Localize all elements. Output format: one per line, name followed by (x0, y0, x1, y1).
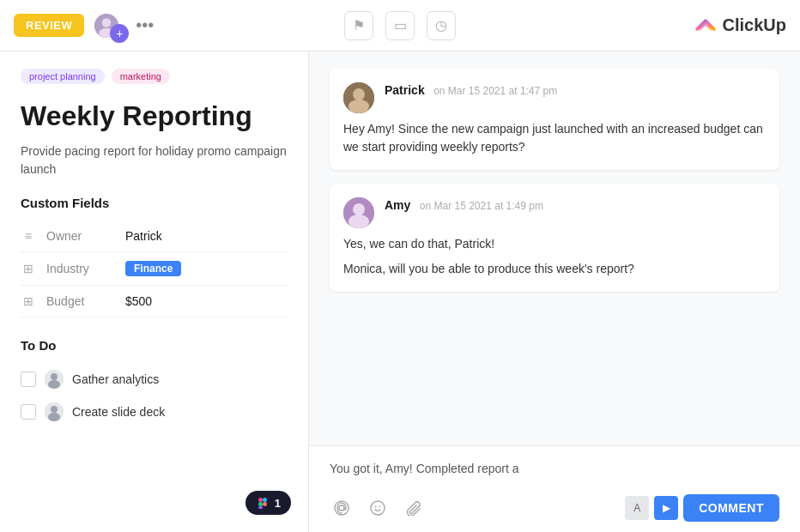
flag-icon: ⚑ (353, 17, 365, 33)
svg-rect-9 (258, 498, 263, 502)
patrick-body: Hey Amy! Since the new campaign just lau… (343, 120, 766, 156)
comment-submit-button[interactable]: COMMENT (683, 494, 779, 522)
industry-value: Finance (125, 261, 181, 276)
svg-point-4 (51, 373, 58, 380)
clock-button[interactable]: ◷ (427, 11, 456, 40)
reply-draft-text[interactable]: You got it, Amy! Completed report a (330, 456, 779, 487)
emoji-icon (370, 500, 385, 516)
review-button[interactable]: REVIEW (14, 14, 84, 37)
svg-point-18 (353, 203, 365, 215)
amy-avatar-icon (343, 197, 374, 228)
svg-point-5 (48, 380, 60, 389)
svg-point-1 (102, 18, 112, 27)
todo-avatar-slide (45, 402, 64, 421)
mention-button[interactable] (330, 496, 354, 520)
tag-project-planning: project planning (21, 69, 105, 84)
owner-value: Patrick (125, 229, 162, 243)
owner-label: Owner (46, 229, 115, 243)
right-panel: Patrick on Mar 15 2021 at 1:47 pm Hey Am… (309, 51, 800, 532)
custom-fields-section: Custom Fields ≡ Owner Patrick ⊞ Industry… (21, 196, 288, 317)
reply-icon-group (330, 496, 426, 520)
comment-amy: Amy on Mar 15 2021 at 1:49 pm Yes, we ca… (330, 184, 779, 292)
amy-time: on Mar 15 2021 at 1:49 pm (420, 200, 543, 212)
amy-body2: Monica, will you be able to produce this… (343, 260, 766, 278)
custom-fields-title: Custom Fields (21, 196, 288, 210)
clickup-logo: ClickUp (694, 14, 786, 38)
amy-avatar (343, 197, 374, 228)
clickup-logo-text: ClickUp (723, 15, 786, 35)
patrick-avatar-icon (343, 82, 374, 113)
todo-avatar-gather (45, 370, 64, 389)
page-description: Provide pacing report for holiday promo … (21, 142, 288, 178)
patrick-name: Patrick (385, 83, 425, 97)
comment-header-patrick: Patrick on Mar 15 2021 at 1:47 pm (343, 82, 766, 113)
header-center: ⚑ ▭ ◷ (271, 11, 529, 40)
calendar-icon: ▭ (394, 17, 407, 33)
svg-point-19 (348, 215, 369, 228)
svg-rect-10 (263, 498, 267, 502)
todo-item-slide: Create slide deck (21, 396, 288, 428)
reply-toolbar: A ▶ COMMENT (330, 494, 779, 522)
grid-icon: ⊞ (21, 262, 36, 275)
header-left: REVIEW + ••• (14, 12, 271, 39)
field-owner: ≡ Owner Patrick (21, 221, 288, 252)
paperclip-icon (406, 500, 421, 516)
emoji-button[interactable] (366, 496, 390, 520)
send-small-button[interactable]: ▶ (654, 496, 678, 520)
svg-point-16 (348, 100, 369, 113)
todo-title: To Do (21, 338, 288, 353)
page-title: Weekly Reporting (21, 100, 288, 132)
grid2-icon: ⊞ (21, 294, 36, 308)
at-icon (334, 500, 349, 516)
todo-text-gather: Gather analytics (72, 372, 159, 386)
person-icon (45, 370, 64, 389)
industry-label: Industry (46, 262, 115, 275)
list-icon: ≡ (21, 229, 36, 243)
amy-body1: Yes, we can do that, Patrick! (343, 235, 766, 253)
reply-area: You got it, Amy! Completed report a (309, 445, 800, 532)
tags-container: project planning marketing (21, 69, 288, 84)
figma-icon (256, 496, 270, 510)
comment-header-amy: Amy on Mar 15 2021 at 1:49 pm (343, 197, 766, 228)
patrick-avatar (343, 82, 374, 113)
svg-point-13 (263, 502, 267, 506)
format-button[interactable]: A (625, 496, 649, 520)
patrick-meta: Patrick on Mar 15 2021 at 1:47 pm (385, 82, 766, 98)
person2-icon (45, 402, 64, 421)
attach-button[interactable] (402, 496, 426, 520)
clickup-logo-icon (694, 14, 718, 38)
amy-meta: Amy on Mar 15 2021 at 1:49 pm (385, 197, 766, 213)
flag-button[interactable]: ⚑ (344, 11, 373, 40)
clock-icon: ◷ (435, 17, 447, 33)
svg-point-8 (48, 413, 60, 421)
budget-value: $500 (125, 294, 152, 308)
field-industry: ⊞ Industry Finance (21, 252, 288, 286)
activity-badge[interactable]: 1 (245, 491, 291, 515)
calendar-button[interactable]: ▭ (385, 11, 415, 40)
svg-point-15 (353, 88, 365, 100)
patrick-time: on Mar 15 2021 at 1:47 pm (433, 85, 557, 97)
header-right: ClickUp (529, 14, 786, 38)
more-options-button[interactable]: ••• (129, 12, 161, 39)
budget-label: Budget (46, 294, 115, 308)
tag-marketing: marketing (112, 69, 170, 84)
todo-section: To Do Gather analytics (21, 338, 288, 428)
amy-name: Amy (385, 198, 410, 212)
avatar-group: + (93, 12, 120, 39)
svg-point-24 (379, 506, 381, 508)
todo-text-slide: Create slide deck (72, 405, 165, 419)
comment-patrick: Patrick on Mar 15 2021 at 1:47 pm Hey Am… (330, 69, 779, 170)
add-member-button[interactable]: + (110, 24, 129, 43)
svg-point-21 (339, 505, 344, 511)
svg-point-23 (375, 506, 377, 508)
todo-checkbox-gather[interactable] (21, 372, 36, 387)
svg-point-22 (371, 501, 385, 515)
todo-checkbox-slide[interactable] (21, 404, 36, 420)
svg-point-7 (51, 406, 58, 413)
todo-item-gather: Gather analytics (21, 363, 288, 396)
svg-rect-12 (258, 506, 263, 509)
field-budget: ⊞ Budget $500 (21, 286, 288, 317)
badge-count: 1 (275, 497, 281, 510)
comments-area: Patrick on Mar 15 2021 at 1:47 pm Hey Am… (309, 51, 800, 445)
reply-actions: A ▶ COMMENT (625, 494, 779, 522)
